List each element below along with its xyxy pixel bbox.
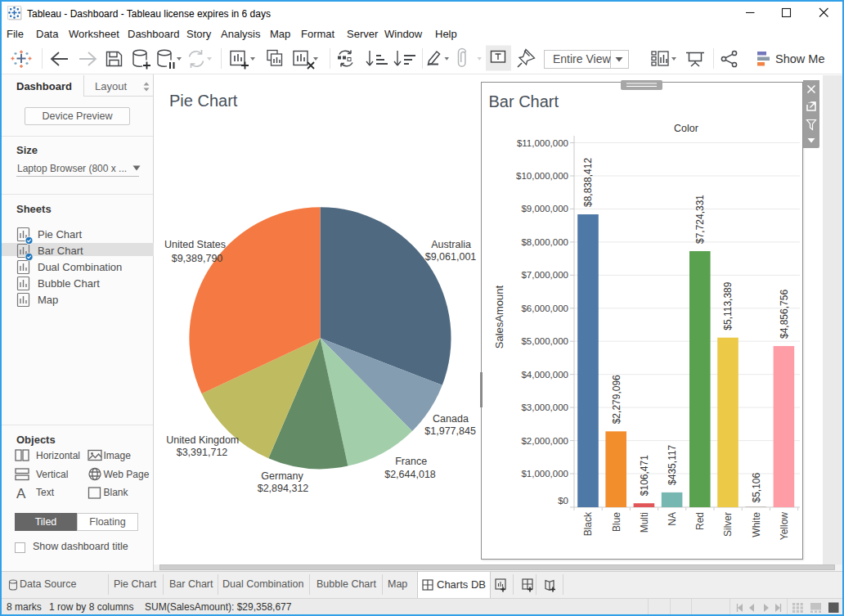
svg-text:Entire View: Entire View (553, 52, 611, 65)
svg-text:$9,000,000: $9,000,000 (521, 204, 568, 214)
svg-text:NA: NA (667, 512, 678, 526)
svg-text:$4,856,756: $4,856,756 (779, 290, 790, 339)
svg-text:$435,117: $435,117 (667, 444, 678, 484)
svg-text:Bar Chart: Bar Chart (489, 92, 559, 110)
svg-text:White: White (751, 512, 762, 537)
svg-text:Black: Black (582, 511, 594, 536)
svg-text:$9,389,790: $9,389,790 (172, 253, 223, 264)
svg-text:United Kingdom: United Kingdom (166, 434, 239, 446)
svg-text:$0: $0 (558, 496, 568, 506)
svg-text:$6,000,000: $6,000,000 (521, 304, 568, 313)
svg-text:$106,471: $106,471 (639, 455, 650, 496)
svg-text:Germany: Germany (261, 470, 303, 482)
svg-text:SalesAmount: SalesAmount (493, 286, 505, 349)
svg-text:$5,106: $5,106 (751, 472, 762, 502)
svg-text:$1,000,000: $1,000,000 (521, 469, 568, 479)
svg-text:$7,724,331: $7,724,331 (694, 195, 706, 244)
svg-text:$9,061,001: $9,061,001 (425, 251, 477, 263)
svg-text:Show Me: Show Me (775, 52, 824, 65)
svg-text:$3,000,000: $3,000,000 (521, 402, 568, 412)
svg-text:$2,894,312: $2,894,312 (258, 483, 309, 494)
svg-text:$2,644,018: $2,644,018 (384, 469, 436, 480)
svg-text:Yellow: Yellow (779, 512, 790, 541)
svg-text:$8,000,000: $8,000,000 (521, 237, 568, 247)
svg-text:$3,391,712: $3,391,712 (177, 447, 228, 458)
svg-text:Pie Chart: Pie Chart (169, 92, 238, 110)
svg-text:$1,977,845: $1,977,845 (424, 425, 476, 437)
svg-text:Blue: Blue (611, 512, 622, 532)
svg-text:Australia: Australia (431, 239, 471, 250)
svg-text:Red: Red (694, 512, 706, 530)
svg-text:$2,000,000: $2,000,000 (521, 436, 568, 446)
svg-text:France: France (395, 456, 427, 467)
svg-text:Silver: Silver (722, 512, 734, 537)
svg-text:A: A (16, 486, 26, 500)
svg-text:$2,279,096: $2,279,096 (611, 375, 622, 424)
svg-text:United States: United States (164, 239, 226, 250)
svg-text:$4,000,000: $4,000,000 (521, 370, 568, 380)
svg-text:$11,000,000: $11,000,000 (517, 138, 568, 148)
svg-text:$10,000,000: $10,000,000 (516, 171, 568, 181)
svg-text:$8,838,412: $8,838,412 (582, 158, 594, 207)
svg-text:Canada: Canada (433, 413, 469, 425)
svg-text:Color: Color (674, 123, 698, 134)
svg-text:$7,000,000: $7,000,000 (521, 270, 568, 280)
svg-text:$5,000,000: $5,000,000 (521, 336, 568, 346)
svg-text:Multi: Multi (639, 512, 650, 533)
svg-text:$5,113,389: $5,113,389 (722, 281, 734, 330)
